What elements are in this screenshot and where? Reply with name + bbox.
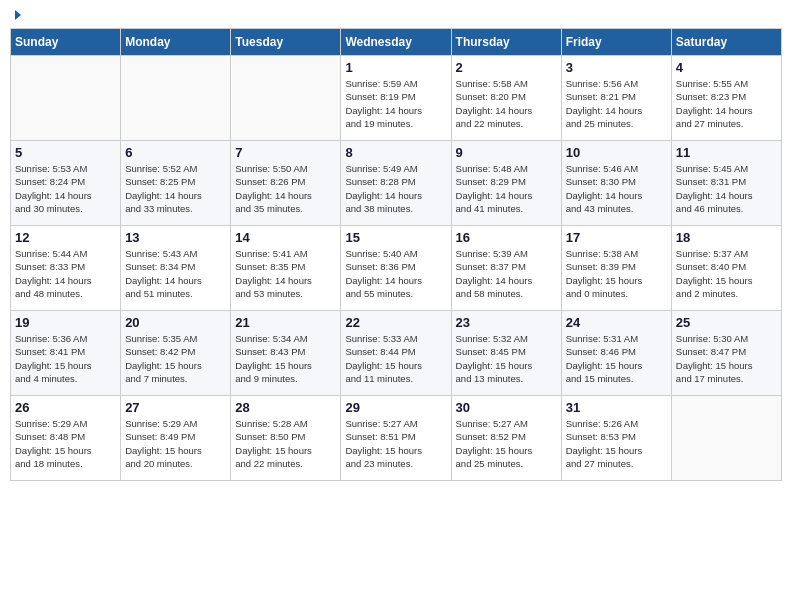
calendar-cell [121,56,231,141]
calendar-cell: 13Sunrise: 5:43 AM Sunset: 8:34 PM Dayli… [121,226,231,311]
calendar-cell [11,56,121,141]
calendar-cell: 12Sunrise: 5:44 AM Sunset: 8:33 PM Dayli… [11,226,121,311]
calendar-cell: 18Sunrise: 5:37 AM Sunset: 8:40 PM Dayli… [671,226,781,311]
day-number: 6 [125,145,226,160]
day-number: 13 [125,230,226,245]
calendar-cell: 20Sunrise: 5:35 AM Sunset: 8:42 PM Dayli… [121,311,231,396]
day-info: Sunrise: 5:31 AM Sunset: 8:46 PM Dayligh… [566,332,667,385]
day-number: 14 [235,230,336,245]
day-info: Sunrise: 5:58 AM Sunset: 8:20 PM Dayligh… [456,77,557,130]
day-info: Sunrise: 5:55 AM Sunset: 8:23 PM Dayligh… [676,77,777,130]
calendar-week-1: 1Sunrise: 5:59 AM Sunset: 8:19 PM Daylig… [11,56,782,141]
day-info: Sunrise: 5:59 AM Sunset: 8:19 PM Dayligh… [345,77,446,130]
calendar-week-5: 26Sunrise: 5:29 AM Sunset: 8:48 PM Dayli… [11,396,782,481]
day-number: 1 [345,60,446,75]
day-number: 16 [456,230,557,245]
day-header-wednesday: Wednesday [341,29,451,56]
day-info: Sunrise: 5:41 AM Sunset: 8:35 PM Dayligh… [235,247,336,300]
day-info: Sunrise: 5:26 AM Sunset: 8:53 PM Dayligh… [566,417,667,470]
day-info: Sunrise: 5:53 AM Sunset: 8:24 PM Dayligh… [15,162,116,215]
day-number: 29 [345,400,446,415]
day-info: Sunrise: 5:29 AM Sunset: 8:48 PM Dayligh… [15,417,116,470]
day-info: Sunrise: 5:37 AM Sunset: 8:40 PM Dayligh… [676,247,777,300]
day-header-friday: Friday [561,29,671,56]
day-info: Sunrise: 5:29 AM Sunset: 8:49 PM Dayligh… [125,417,226,470]
calendar-cell: 26Sunrise: 5:29 AM Sunset: 8:48 PM Dayli… [11,396,121,481]
day-number: 8 [345,145,446,160]
calendar-header-row: SundayMondayTuesdayWednesdayThursdayFrid… [11,29,782,56]
day-number: 24 [566,315,667,330]
calendar-cell: 30Sunrise: 5:27 AM Sunset: 8:52 PM Dayli… [451,396,561,481]
day-number: 20 [125,315,226,330]
day-number: 26 [15,400,116,415]
calendar-cell: 5Sunrise: 5:53 AM Sunset: 8:24 PM Daylig… [11,141,121,226]
day-header-tuesday: Tuesday [231,29,341,56]
day-info: Sunrise: 5:40 AM Sunset: 8:36 PM Dayligh… [345,247,446,300]
calendar-cell: 10Sunrise: 5:46 AM Sunset: 8:30 PM Dayli… [561,141,671,226]
calendar-cell: 3Sunrise: 5:56 AM Sunset: 8:21 PM Daylig… [561,56,671,141]
day-header-sunday: Sunday [11,29,121,56]
day-info: Sunrise: 5:33 AM Sunset: 8:44 PM Dayligh… [345,332,446,385]
day-info: Sunrise: 5:52 AM Sunset: 8:25 PM Dayligh… [125,162,226,215]
day-number: 7 [235,145,336,160]
calendar-cell: 16Sunrise: 5:39 AM Sunset: 8:37 PM Dayli… [451,226,561,311]
day-info: Sunrise: 5:35 AM Sunset: 8:42 PM Dayligh… [125,332,226,385]
calendar-cell: 25Sunrise: 5:30 AM Sunset: 8:47 PM Dayli… [671,311,781,396]
calendar-cell: 23Sunrise: 5:32 AM Sunset: 8:45 PM Dayli… [451,311,561,396]
calendar-cell: 4Sunrise: 5:55 AM Sunset: 8:23 PM Daylig… [671,56,781,141]
day-number: 21 [235,315,336,330]
day-info: Sunrise: 5:38 AM Sunset: 8:39 PM Dayligh… [566,247,667,300]
calendar-cell [231,56,341,141]
day-number: 5 [15,145,116,160]
day-number: 30 [456,400,557,415]
calendar-cell: 17Sunrise: 5:38 AM Sunset: 8:39 PM Dayli… [561,226,671,311]
day-number: 3 [566,60,667,75]
day-info: Sunrise: 5:27 AM Sunset: 8:52 PM Dayligh… [456,417,557,470]
day-info: Sunrise: 5:30 AM Sunset: 8:47 PM Dayligh… [676,332,777,385]
day-header-monday: Monday [121,29,231,56]
day-number: 27 [125,400,226,415]
day-number: 22 [345,315,446,330]
calendar-cell: 27Sunrise: 5:29 AM Sunset: 8:49 PM Dayli… [121,396,231,481]
calendar-cell: 15Sunrise: 5:40 AM Sunset: 8:36 PM Dayli… [341,226,451,311]
calendar-cell: 21Sunrise: 5:34 AM Sunset: 8:43 PM Dayli… [231,311,341,396]
day-number: 25 [676,315,777,330]
day-number: 4 [676,60,777,75]
day-info: Sunrise: 5:48 AM Sunset: 8:29 PM Dayligh… [456,162,557,215]
day-info: Sunrise: 5:49 AM Sunset: 8:28 PM Dayligh… [345,162,446,215]
calendar-cell: 6Sunrise: 5:52 AM Sunset: 8:25 PM Daylig… [121,141,231,226]
day-header-saturday: Saturday [671,29,781,56]
calendar-week-3: 12Sunrise: 5:44 AM Sunset: 8:33 PM Dayli… [11,226,782,311]
calendar-cell: 29Sunrise: 5:27 AM Sunset: 8:51 PM Dayli… [341,396,451,481]
day-info: Sunrise: 5:39 AM Sunset: 8:37 PM Dayligh… [456,247,557,300]
calendar-cell: 28Sunrise: 5:28 AM Sunset: 8:50 PM Dayli… [231,396,341,481]
calendar-cell: 7Sunrise: 5:50 AM Sunset: 8:26 PM Daylig… [231,141,341,226]
calendar-cell: 11Sunrise: 5:45 AM Sunset: 8:31 PM Dayli… [671,141,781,226]
day-number: 19 [15,315,116,330]
day-number: 17 [566,230,667,245]
day-info: Sunrise: 5:32 AM Sunset: 8:45 PM Dayligh… [456,332,557,385]
day-info: Sunrise: 5:45 AM Sunset: 8:31 PM Dayligh… [676,162,777,215]
calendar-week-4: 19Sunrise: 5:36 AM Sunset: 8:41 PM Dayli… [11,311,782,396]
calendar-cell: 1Sunrise: 5:59 AM Sunset: 8:19 PM Daylig… [341,56,451,141]
logo-icon [15,10,21,20]
calendar-table: SundayMondayTuesdayWednesdayThursdayFrid… [10,28,782,481]
day-header-thursday: Thursday [451,29,561,56]
day-number: 28 [235,400,336,415]
calendar-cell: 24Sunrise: 5:31 AM Sunset: 8:46 PM Dayli… [561,311,671,396]
day-info: Sunrise: 5:56 AM Sunset: 8:21 PM Dayligh… [566,77,667,130]
day-number: 31 [566,400,667,415]
calendar-cell: 31Sunrise: 5:26 AM Sunset: 8:53 PM Dayli… [561,396,671,481]
day-info: Sunrise: 5:50 AM Sunset: 8:26 PM Dayligh… [235,162,336,215]
day-info: Sunrise: 5:46 AM Sunset: 8:30 PM Dayligh… [566,162,667,215]
day-number: 10 [566,145,667,160]
calendar-cell: 2Sunrise: 5:58 AM Sunset: 8:20 PM Daylig… [451,56,561,141]
day-info: Sunrise: 5:34 AM Sunset: 8:43 PM Dayligh… [235,332,336,385]
day-number: 12 [15,230,116,245]
day-number: 15 [345,230,446,245]
logo [14,10,21,20]
calendar-week-2: 5Sunrise: 5:53 AM Sunset: 8:24 PM Daylig… [11,141,782,226]
day-number: 11 [676,145,777,160]
day-number: 9 [456,145,557,160]
day-info: Sunrise: 5:28 AM Sunset: 8:50 PM Dayligh… [235,417,336,470]
